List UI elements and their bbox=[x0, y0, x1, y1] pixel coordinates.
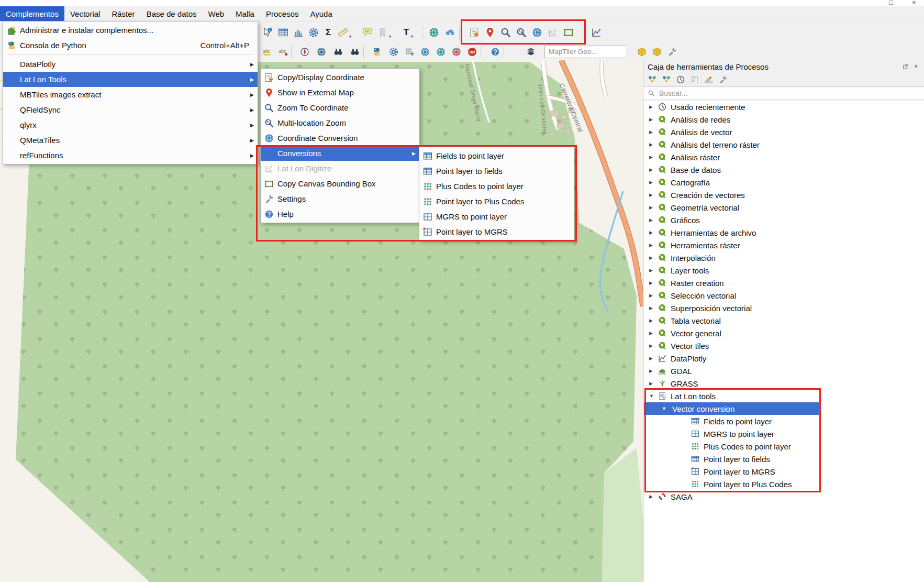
menu-item-copy-display-coordinate[interactable]: Copy/Display Coordinate bbox=[261, 70, 419, 85]
menu-item-dataplotly[interactable]: DataPlotly▶ bbox=[3, 57, 258, 72]
add-grid-icon[interactable] bbox=[402, 45, 417, 59]
menu-base-de-datos[interactable]: Base de datos bbox=[141, 6, 203, 21]
menu-item-point-layer-to-mgrs[interactable]: Point layer to MGRS bbox=[419, 224, 574, 239]
chevron-right-icon[interactable]: ▶ bbox=[649, 356, 656, 361]
chevron-right-icon[interactable]: ▶ bbox=[649, 331, 656, 336]
azimuth-icon[interactable] bbox=[297, 45, 312, 59]
toolbox-search-input[interactable] bbox=[658, 89, 920, 98]
chevron-right-icon[interactable]: ▶ bbox=[649, 104, 656, 109]
map-tips-icon[interactable] bbox=[360, 25, 375, 40]
menu-item-reffunctions[interactable]: refFunctions▶ bbox=[3, 148, 258, 163]
toolbox-group-row[interactable]: ▶DataPlotly bbox=[644, 352, 924, 365]
toolbox-group-row[interactable]: ▶Tabla vectorial bbox=[644, 314, 924, 327]
toolbox-alg-plus-codes-to-point-layer[interactable]: Plus Codes to point layer bbox=[644, 440, 924, 453]
toolbox-group-row[interactable]: ▶Creación de vectores bbox=[644, 189, 924, 201]
history-icon[interactable] bbox=[676, 75, 685, 84]
coordinate-conversion-icon[interactable] bbox=[530, 25, 544, 40]
chevron-right-icon[interactable]: ▶ bbox=[649, 167, 656, 172]
toolbox-alg-mgrs-to-point-layer[interactable]: MGRS to point layer bbox=[644, 427, 924, 440]
help-icon[interactable] bbox=[488, 45, 503, 59]
chevron-right-icon[interactable]: ▶ bbox=[649, 142, 656, 147]
toolbox-group-row[interactable]: ▶Análisis ráster bbox=[644, 151, 924, 163]
layers-icon[interactable] bbox=[524, 45, 538, 59]
menu-item-plus-codes-to-point-layer[interactable]: Plus Codes to point layer bbox=[419, 179, 574, 194]
toolbox-group-row[interactable]: ▶Usado recientemente bbox=[644, 101, 924, 113]
menu-complementos[interactable]: Complementos bbox=[0, 6, 64, 21]
chevron-right-icon[interactable]: ▶ bbox=[649, 129, 656, 135]
ref-functions-icon[interactable]: Ref bbox=[465, 45, 480, 59]
measure-icon[interactable] bbox=[336, 25, 350, 40]
float-panel-icon[interactable] bbox=[901, 63, 909, 71]
chevron-right-icon[interactable]: ▶ bbox=[649, 268, 656, 273]
histogram-icon[interactable] bbox=[291, 25, 306, 40]
menu-item-settings[interactable]: Settings bbox=[261, 191, 419, 206]
menu-item-fields-to-point-layer[interactable]: Fields to point layer bbox=[419, 148, 574, 163]
toolbox-subgroup-vector-conversion[interactable]: ▼Vector conversion bbox=[644, 402, 819, 415]
toolbox-alg-point-layer-to-mgrs[interactable]: Point layer to MGRS bbox=[644, 465, 924, 478]
chevron-right-icon[interactable]: ▶ bbox=[649, 381, 656, 386]
menu-item-help[interactable]: Help bbox=[261, 206, 419, 222]
toolbox-group-row[interactable]: ▶Layer tools bbox=[644, 264, 924, 277]
geopackage-cube-icon[interactable] bbox=[634, 45, 649, 59]
chevron-right-icon[interactable]: ▶ bbox=[649, 343, 656, 348]
canvas-bounding-box-icon[interactable] bbox=[561, 25, 576, 40]
statistics-icon[interactable]: Σ bbox=[321, 25, 336, 40]
labeling-icon[interactable]: abc bbox=[260, 45, 275, 59]
attribute-table-icon[interactable] bbox=[276, 25, 291, 40]
processing-gear-icon[interactable] bbox=[386, 45, 401, 59]
toolbox-group-row[interactable]: ▶Raster creation bbox=[644, 277, 924, 289]
bookmarks-icon[interactable] bbox=[375, 25, 390, 40]
chevron-right-icon[interactable]: ▶ bbox=[649, 318, 656, 323]
menu-procesos[interactable]: Procesos bbox=[260, 6, 305, 21]
identify-features-icon[interactable] bbox=[260, 25, 275, 40]
menu-item-copy-canvas-bounding-box[interactable]: Copy Canvas Bounding Box bbox=[261, 176, 419, 191]
zoom-to-coordinate-icon[interactable] bbox=[498, 25, 513, 40]
chevron-right-icon[interactable]: ▶ bbox=[649, 494, 656, 499]
menu-item-manage-plugins[interactable]: Administrar e instalar complementos... bbox=[3, 23, 258, 38]
models-icon[interactable] bbox=[648, 75, 657, 84]
globe-red-icon[interactable] bbox=[449, 45, 464, 59]
globe-blue-icon[interactable] bbox=[418, 45, 432, 59]
menu-ayuda[interactable]: Ayuda bbox=[305, 6, 338, 21]
window-close-icon[interactable]: × bbox=[912, 0, 916, 6]
toolbox-alg-fields-to-point-layer[interactable]: Fields to point layer bbox=[644, 415, 924, 427]
toolbox-alg-point-layer-to-plus-codes[interactable]: Point layer to Plus Codes bbox=[644, 478, 924, 490]
copy-coordinate-icon[interactable] bbox=[467, 25, 482, 40]
settings-wrench-icon[interactable] bbox=[665, 45, 680, 59]
toolbox-group-row[interactable]: ▶Gráficos bbox=[644, 214, 924, 226]
chevron-right-icon[interactable]: ▶ bbox=[649, 230, 656, 235]
chevron-right-icon[interactable]: ▶ bbox=[649, 368, 656, 374]
menu-item-mbtiles-images-extract[interactable]: MBTiles images extract▶ bbox=[3, 87, 258, 102]
menu-item-point-layer-to-plus-codes[interactable]: Point layer to Plus Codes bbox=[419, 194, 574, 209]
toolbox-alg-point-layer-to-fields[interactable]: Point layer to fields bbox=[644, 453, 924, 465]
menu-vectorial[interactable]: Vectorial bbox=[64, 6, 106, 21]
toolbox-group-row[interactable]: ▶Análisis de vector bbox=[644, 126, 924, 138]
toolbox-group-latlon[interactable]: ▼Lat Lon tools bbox=[644, 390, 924, 402]
measure-dropdown-caret[interactable]: ▾ bbox=[349, 34, 351, 39]
toolbox-group-row[interactable]: ▶GRASS bbox=[644, 377, 924, 390]
chevron-right-icon[interactable]: ▶ bbox=[649, 117, 656, 122]
toolbox-group-row[interactable]: ▶Análisis de redes bbox=[644, 113, 924, 126]
dark-globe-icon[interactable] bbox=[314, 45, 329, 59]
binoculars-plus-icon[interactable] bbox=[348, 45, 362, 59]
chevron-right-icon[interactable]: ▶ bbox=[649, 293, 656, 298]
external-map-pin-icon[interactable] bbox=[483, 25, 497, 40]
chevron-right-icon[interactable]: ▶ bbox=[649, 280, 656, 285]
annotation-dropdown-caret[interactable]: ▾ bbox=[411, 34, 413, 39]
binoculars-icon[interactable] bbox=[331, 45, 346, 59]
chevron-right-icon[interactable]: ▶ bbox=[649, 243, 656, 248]
menu-item-mgrs-to-point-layer[interactable]: MGRS to point layer bbox=[419, 209, 574, 224]
toolbox-group-row[interactable]: ▶Análisis del terreno ráster bbox=[644, 138, 924, 151]
toolbox-group-saga[interactable]: ▶SAGA bbox=[644, 490, 924, 503]
cloud-upload-icon[interactable] bbox=[443, 25, 458, 40]
menu-malla[interactable]: Malla bbox=[230, 6, 260, 21]
menu-item-qfieldsync[interactable]: QFieldSync▶ bbox=[3, 102, 258, 117]
window-maximize-icon[interactable]: □ bbox=[889, 0, 893, 6]
chevron-right-icon[interactable]: ▶ bbox=[649, 217, 656, 223]
toolbox-group-row[interactable]: ▶Herramientas ráster bbox=[644, 239, 924, 251]
chevron-right-icon[interactable]: ▶ bbox=[649, 155, 656, 160]
chevron-right-icon[interactable]: ▶ bbox=[649, 180, 656, 185]
menu-item-multi-location-zoom[interactable]: Multi-location Zoom bbox=[261, 115, 419, 130]
chevron-right-icon[interactable]: ▶ bbox=[649, 205, 656, 210]
toolbox-group-row[interactable]: ▶GDALGDAL bbox=[644, 365, 924, 377]
